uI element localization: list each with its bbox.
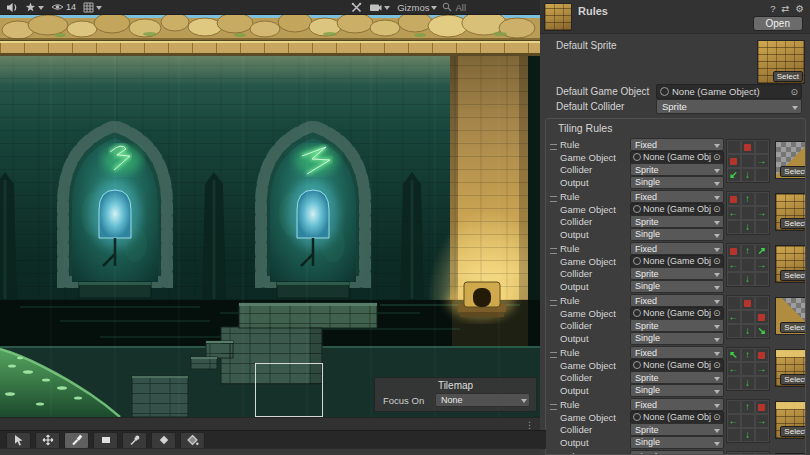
object-picker-icon[interactable]: ⊙ xyxy=(713,308,721,318)
neighbor-rule-grid[interactable]: ←↓↘ xyxy=(726,295,770,339)
drag-handle-icon[interactable] xyxy=(550,451,560,455)
rule-game-object-field[interactable]: None (Game Obj ⊙ xyxy=(630,203,724,216)
rule-output-dropdown[interactable]: Single xyxy=(630,384,724,397)
left-arrow-icon: ← xyxy=(729,208,739,218)
box-icon xyxy=(100,434,112,446)
rule-output-dropdown[interactable]: Single xyxy=(630,280,724,293)
inspector-panel: Rules ? ⇄ ⚙ Open Default Sprite Select D… xyxy=(540,0,810,455)
rule-output-dropdown[interactable]: Single xyxy=(630,436,724,449)
rule-type-dropdown[interactable]: Fixed xyxy=(630,190,724,203)
object-picker-icon[interactable]: ⊙ xyxy=(790,87,798,97)
rule-collider-dropdown[interactable]: Sprite xyxy=(630,267,724,280)
focus-on-dropdown[interactable]: None xyxy=(435,393,530,407)
rule-collider-dropdown[interactable]: Sprite xyxy=(630,163,724,176)
select-sprite-button[interactable]: Select xyxy=(780,374,806,385)
audio-toggle-button[interactable] xyxy=(4,1,20,14)
default-collider-dropdown[interactable]: Sprite xyxy=(656,99,802,114)
rule-game-object-field[interactable]: None (Game Obj ⊙ xyxy=(630,255,724,268)
rule-output-value: Single xyxy=(635,437,660,447)
neighbor-rule-grid[interactable]: ↑←→↓ xyxy=(726,191,770,235)
presets-icon[interactable]: ⇄ xyxy=(782,3,790,14)
chevron-down-icon xyxy=(714,352,720,359)
select-sprite-button[interactable]: Select xyxy=(780,322,806,333)
rule-sprite-thumbnail[interactable]: Select xyxy=(775,297,806,335)
select-sprite-button[interactable]: Select xyxy=(780,426,806,437)
neighbor-rule-grid[interactable]: ↑←→↓ xyxy=(726,399,770,443)
select-sprite-button[interactable]: Select xyxy=(780,270,806,281)
gizmos-dropdown[interactable]: Gizmos xyxy=(395,1,439,14)
scene-visibility-button[interactable]: 14 xyxy=(49,1,78,14)
settings-gear-icon[interactable]: ⚙ xyxy=(795,3,804,14)
scene-search-field[interactable]: All xyxy=(442,2,536,13)
neighbor-rule-grid[interactable]: ↑↗←→↓ xyxy=(726,243,770,287)
rule-sprite-thumbnail[interactable]: Select xyxy=(775,401,806,439)
drag-handle-icon[interactable] xyxy=(550,243,560,254)
rule-game-object-field[interactable]: None (Game Obj ⊙ xyxy=(630,151,724,164)
neighbor-rule-grid[interactable]: →↙↓ xyxy=(726,139,770,183)
rule-type-dropdown[interactable]: Fixed xyxy=(630,242,724,255)
rule-game-object-field[interactable]: None (Game Obj ⊙ xyxy=(630,307,724,320)
default-game-object-field[interactable]: None (Game Object) ⊙ xyxy=(656,84,802,99)
neighbor-rule-grid[interactable]: ↖↑←→↓ xyxy=(726,347,770,391)
rule-type-dropdown[interactable]: Fixed xyxy=(630,450,724,455)
drag-handle-icon[interactable] xyxy=(550,347,560,358)
left-arrow-icon: ← xyxy=(729,364,739,374)
object-picker-icon[interactable]: ⊙ xyxy=(713,360,721,370)
camera-settings-button[interactable] xyxy=(367,1,392,14)
scene-view[interactable]: Tilemap Focus On None xyxy=(0,14,540,417)
output-label: Output xyxy=(560,333,630,344)
object-picker-icon[interactable]: ⊙ xyxy=(713,204,721,214)
neighbor-rule-grid[interactable] xyxy=(726,451,770,455)
grid-settings-button[interactable] xyxy=(81,1,104,14)
move-tool-button[interactable] xyxy=(35,432,60,449)
drag-handle-icon[interactable] xyxy=(550,139,560,150)
effects-dropdown-button[interactable] xyxy=(23,1,46,14)
rule-game-object-field[interactable]: None (Game Obj ⊙ xyxy=(630,411,724,424)
rule-collider-dropdown[interactable]: Sprite xyxy=(630,215,724,228)
eye-icon xyxy=(51,2,64,12)
rule-type-dropdown[interactable]: Fixed xyxy=(630,294,724,307)
rule-output-dropdown[interactable]: Single xyxy=(630,332,724,345)
rule-output-value: Single xyxy=(635,333,660,343)
box-tool-button[interactable] xyxy=(93,432,118,449)
output-label: Output xyxy=(560,281,630,292)
bottom-panel-edge xyxy=(0,448,540,455)
rule-collider-dropdown[interactable]: Sprite xyxy=(630,423,724,436)
rule-collider-dropdown[interactable]: Sprite xyxy=(630,371,724,384)
help-icon[interactable]: ? xyxy=(770,3,775,14)
rule-sprite-thumbnail[interactable]: Select xyxy=(775,245,806,283)
drag-handle-icon[interactable] xyxy=(550,295,560,306)
drag-handle-icon[interactable] xyxy=(550,399,560,410)
rule-collider-dropdown[interactable]: Sprite xyxy=(630,319,724,332)
select-sprite-button[interactable]: Select xyxy=(780,166,806,177)
output-label: Output xyxy=(560,229,630,240)
rule-output-dropdown[interactable]: Single xyxy=(630,228,724,241)
rule-type-dropdown[interactable]: Fixed xyxy=(630,138,724,151)
object-picker-icon[interactable]: ⊙ xyxy=(713,256,721,266)
rule-game-object-field[interactable]: None (Game Obj ⊙ xyxy=(630,359,724,372)
brush-tool-button[interactable] xyxy=(64,432,89,449)
fill-tool-button[interactable] xyxy=(180,432,205,449)
picker-tool-button[interactable] xyxy=(122,432,147,449)
overflow-menu-icon[interactable]: ⋮ xyxy=(525,420,540,430)
rule-sprite-thumbnail[interactable]: Select xyxy=(775,349,806,387)
scene-tools-button[interactable] xyxy=(349,1,364,14)
rule-type-dropdown[interactable]: Fixed xyxy=(630,398,724,411)
select-tool-button[interactable] xyxy=(6,432,31,449)
rule-type-dropdown[interactable]: Fixed xyxy=(630,346,724,359)
game-object-icon xyxy=(633,361,641,369)
rule-sprite-thumbnail[interactable]: Select xyxy=(775,141,806,179)
rule-collider-value: Sprite xyxy=(635,425,659,435)
select-sprite-button[interactable]: Select xyxy=(773,71,803,82)
object-picker-icon[interactable]: ⊙ xyxy=(713,152,721,162)
default-sprite-thumbnail[interactable]: Select xyxy=(757,40,805,84)
drag-handle-icon[interactable] xyxy=(550,191,560,202)
open-button[interactable]: Open xyxy=(753,16,803,31)
rule-sprite-thumbnail[interactable]: Select xyxy=(775,193,806,231)
select-sprite-button[interactable]: Select xyxy=(780,218,806,229)
rule-output-dropdown[interactable]: Single xyxy=(630,176,724,189)
object-picker-icon[interactable]: ⊙ xyxy=(713,412,721,422)
default-collider-value: Sprite xyxy=(662,101,687,112)
search-value: All xyxy=(455,2,466,13)
eraser-tool-button[interactable] xyxy=(151,432,176,449)
